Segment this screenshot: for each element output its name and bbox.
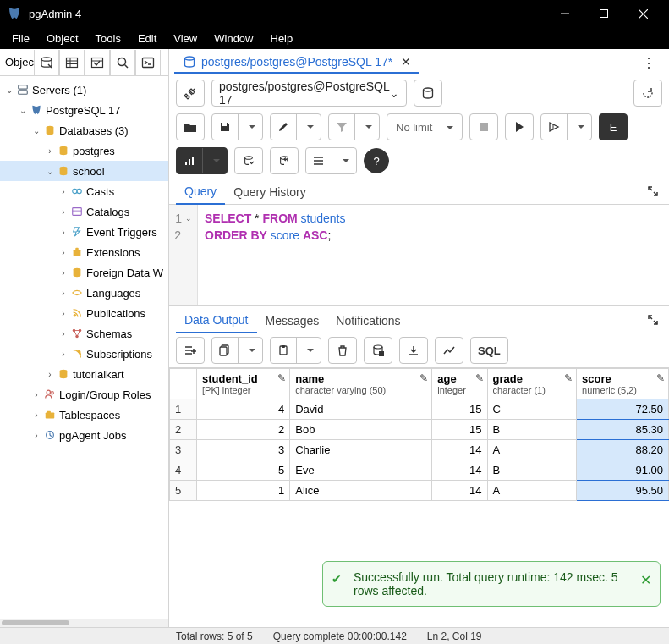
maximize-button[interactable] xyxy=(584,0,623,27)
explain-analyze-button[interactable] xyxy=(176,147,228,174)
execute-options-button[interactable] xyxy=(540,113,592,140)
table-row[interactable]: 51Alice14A95.50 xyxy=(170,481,669,501)
execute-button[interactable] xyxy=(505,113,534,140)
cell[interactable]: David xyxy=(290,399,432,420)
reset-layout-button[interactable] xyxy=(633,80,662,107)
table-row[interactable]: 22Bob15B85.30 xyxy=(170,420,669,440)
menu-window[interactable]: Window xyxy=(207,30,260,47)
view-data-icon[interactable] xyxy=(59,50,85,75)
query-history-tab[interactable]: Query History xyxy=(225,179,315,204)
connection-status-icon[interactable] xyxy=(176,80,205,107)
col-grade[interactable]: gradecharacter (1)✎ xyxy=(487,369,577,399)
tab-menu-icon[interactable]: ⋮ xyxy=(633,52,664,74)
object-tree[interactable]: ⌄Servers (1) ⌄PostgreSQL 17 ⌄Databases (… xyxy=(0,76,168,619)
tree-event-triggers[interactable]: ›Event Triggers xyxy=(0,222,168,242)
pencil-icon[interactable]: ✎ xyxy=(564,372,573,384)
tree-catalogs[interactable]: ›Catalogs xyxy=(0,201,168,222)
tree-db-school[interactable]: ⌄school xyxy=(0,161,168,181)
stop-button[interactable] xyxy=(469,113,498,140)
cell[interactable]: C xyxy=(487,399,577,420)
data-output-tab[interactable]: Data Output xyxy=(176,306,257,333)
corner-header[interactable] xyxy=(170,369,197,399)
limit-select[interactable]: No limit xyxy=(387,113,463,140)
tree-postgresql[interactable]: ⌄PostgreSQL 17 xyxy=(0,100,168,120)
menu-help[interactable]: Help xyxy=(264,30,300,47)
cell[interactable]: A xyxy=(487,481,577,501)
tree-schemas[interactable]: ›Schemas xyxy=(0,323,168,344)
tree-tablespaces[interactable]: ›Tablespaces xyxy=(0,405,168,425)
cell[interactable]: 4 xyxy=(197,399,290,420)
menu-edit[interactable]: Edit xyxy=(131,30,163,47)
tree-subscriptions[interactable]: ›Subscriptions xyxy=(0,344,168,364)
cell[interactable]: 88.20 xyxy=(577,440,669,460)
macros-button[interactable] xyxy=(305,147,357,174)
tree-casts[interactable]: ›Casts xyxy=(0,181,168,201)
cell[interactable]: 3 xyxy=(197,440,290,460)
open-file-button[interactable] xyxy=(176,113,205,140)
table-row[interactable]: 45Eve14B91.00 xyxy=(170,460,669,481)
graph-visualizer-button[interactable] xyxy=(435,337,463,364)
close-tab-icon[interactable]: ✕ xyxy=(401,55,411,69)
new-connection-button[interactable] xyxy=(414,80,442,107)
help-button[interactable]: ? xyxy=(364,148,389,173)
cell[interactable]: 15 xyxy=(432,399,487,420)
cell[interactable]: Eve xyxy=(290,460,432,481)
cell[interactable]: B xyxy=(487,420,577,440)
sql-editor[interactable]: 1 ⌄ 2 SELECT * FROM students ORDER BY sc… xyxy=(169,205,669,306)
menu-object[interactable]: Object xyxy=(40,30,85,47)
paste-button[interactable] xyxy=(270,337,321,364)
row-number[interactable]: 4 xyxy=(170,460,197,481)
tree-pgagent[interactable]: ›pgAgent Jobs xyxy=(0,425,168,445)
sidebar-scrollbar[interactable] xyxy=(0,619,168,627)
tree-db-postgres[interactable]: ›postgres xyxy=(0,140,168,161)
col-age[interactable]: ageinteger✎ xyxy=(432,369,487,399)
pencil-icon[interactable]: ✎ xyxy=(419,372,428,384)
psql-icon[interactable] xyxy=(135,50,161,75)
row-number[interactable]: 1 xyxy=(170,399,197,420)
cell[interactable]: Alice xyxy=(290,481,432,501)
table-row[interactable]: 14David15C72.50 xyxy=(170,399,669,420)
filter-button[interactable] xyxy=(328,113,380,140)
cell[interactable]: 91.00 xyxy=(577,460,669,481)
tree-db-tutorialkart[interactable]: ›tutorialkart xyxy=(0,364,168,384)
col-name[interactable]: namecharacter varying (50)✎ xyxy=(290,369,432,399)
edit-button[interactable] xyxy=(270,113,321,140)
cell[interactable]: B xyxy=(487,460,577,481)
row-number[interactable]: 2 xyxy=(170,420,197,440)
cell[interactable]: Charlie xyxy=(290,440,432,460)
commit-button[interactable] xyxy=(234,147,263,174)
cell[interactable]: 1 xyxy=(197,481,290,501)
close-button[interactable] xyxy=(623,0,662,27)
tree-servers[interactable]: ⌄Servers (1) xyxy=(0,80,168,100)
tree-languages[interactable]: ›Languages xyxy=(0,283,168,303)
editor-tab[interactable]: postgres/postgres@PostgreSQL 17* ✕ xyxy=(174,52,419,74)
filter-rows-icon[interactable] xyxy=(85,50,110,75)
cell[interactable]: 14 xyxy=(432,481,487,501)
cell[interactable]: 85.30 xyxy=(577,420,669,440)
download-button[interactable] xyxy=(399,337,428,364)
menu-file[interactable]: File xyxy=(5,30,36,47)
rollback-button[interactable] xyxy=(270,147,299,174)
copy-button[interactable] xyxy=(211,337,263,364)
query-tool-icon[interactable] xyxy=(34,50,59,75)
explain-button[interactable]: E xyxy=(599,113,628,140)
add-row-button[interactable] xyxy=(176,337,205,364)
table-row[interactable]: 33Charlie14A88.20 xyxy=(170,440,669,460)
minimize-button[interactable] xyxy=(546,0,584,27)
tree-login-roles[interactable]: ›Login/Group Roles xyxy=(0,384,168,405)
pencil-icon[interactable]: ✎ xyxy=(277,372,286,384)
cell[interactable]: 5 xyxy=(197,460,290,481)
menu-view[interactable]: View xyxy=(167,30,204,47)
tree-extensions[interactable]: ›Extensions xyxy=(0,242,168,262)
cell[interactable]: 2 xyxy=(197,420,290,440)
delete-row-button[interactable] xyxy=(328,337,357,364)
cell[interactable]: 72.50 xyxy=(577,399,669,420)
menu-tools[interactable]: Tools xyxy=(89,30,128,47)
cell[interactable]: 14 xyxy=(432,440,487,460)
col-score[interactable]: scorenumeric (5,2)✎ xyxy=(577,369,669,399)
cell[interactable]: 14 xyxy=(432,460,487,481)
pencil-icon[interactable]: ✎ xyxy=(656,372,665,384)
pencil-icon[interactable]: ✎ xyxy=(475,372,484,384)
save-button[interactable] xyxy=(211,113,263,140)
col-student-id[interactable]: student_id[PK] integer✎ xyxy=(197,369,290,399)
